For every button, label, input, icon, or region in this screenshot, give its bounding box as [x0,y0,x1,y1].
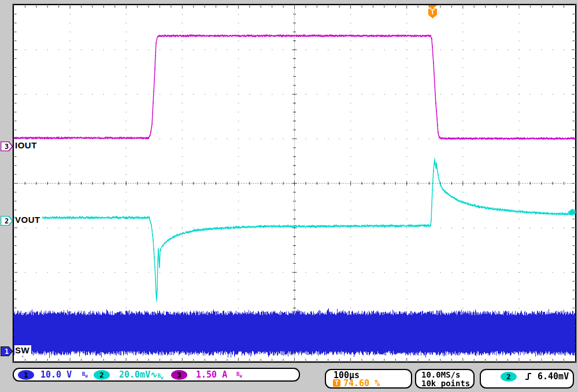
channel-1-badge[interactable]: 1 [18,370,34,380]
channel-2-ac-coupling-icon: ∿ [150,369,158,380]
channel-3-badge-number: 3 [5,143,9,151]
channel-1-badge-number: 1 [5,348,9,356]
channel-2-position-marker[interactable]: 2 [1,216,13,226]
waveform-display [0,0,578,392]
acquisition-readout[interactable]: 10.0MS/s 10k points [415,369,475,389]
channel-3-position-marker[interactable]: 3 [1,141,13,151]
record-length-value: 10k points [421,379,470,388]
channel-2-scale: 20.0mV∿BW [119,369,163,380]
channel-1-position-marker[interactable]: 1 [1,346,13,356]
trigger-readout[interactable]: 2 6.40mV [480,369,574,389]
channel-3-bandwidth-icon: BW [236,371,242,379]
trigger-t-small-icon: T [333,379,340,387]
channel-2-badge[interactable]: 2 [94,370,110,380]
channel-1-bandwidth-icon: BW [82,371,88,379]
trace-label-sw: SW [14,345,31,356]
channel-1-scale: 10.0 V [40,369,72,380]
trigger-source-badge: 2 [501,372,517,382]
channel-1-arrow-icon: 1 [1,346,13,356]
trigger-position-value: 74.60 % [343,378,380,389]
timebase-readout[interactable]: 100µs T 74.60 % [325,369,412,389]
channel-3-scale: 1.50 A [196,369,227,380]
channel-3-badge[interactable]: 3 [171,370,187,380]
trace-label-vout: VOUT [14,215,42,225]
oscilloscope-screen: 3 2 1 IOUT VOUT SW T 1 10.0 V BW 2 20.0m… [0,0,578,392]
trigger-position-triangle-icon[interactable] [428,5,437,9]
rising-edge-slope-icon [524,372,533,381]
channel-3-arrow-icon: 3 [1,141,13,151]
channel-2-bandwidth-icon: BW [158,373,164,379]
channel-2-arrow-icon: 2 [1,216,13,226]
trigger-level-arrow-icon[interactable] [568,208,576,216]
trigger-level-value: 6.40mV [538,371,569,382]
channel-scales-readout[interactable]: 1 10.0 V BW 2 20.0mV∿BW 3 1.50 A BW [13,368,300,382]
sample-rate-value: 10.0MS/s [421,370,460,379]
channel-2-badge-number: 2 [5,217,9,225]
trace-label-iout: IOUT [14,140,39,151]
